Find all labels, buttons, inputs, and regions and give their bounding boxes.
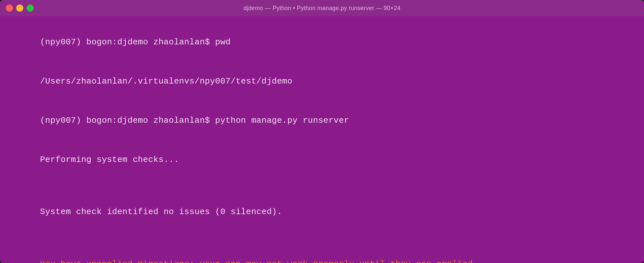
line-text: /Users/zhaolanlan/.virtualenvs/npy007/te… bbox=[40, 76, 292, 86]
window-title: djdemo — Python • Python manage.py runse… bbox=[244, 5, 401, 12]
window-controls bbox=[6, 5, 34, 12]
line-text: System check identified no issues (0 sil… bbox=[40, 207, 282, 217]
terminal-line: (npy007) bogon:djdemo zhaolanlan$ pwd bbox=[9, 23, 635, 62]
line-text: You have unapplied migrations; your app … bbox=[40, 259, 478, 263]
line-text: (npy007) bogon:djdemo zhaolanlan$ pwd bbox=[40, 37, 230, 47]
terminal-line: System check identified no issues (0 sil… bbox=[9, 192, 635, 232]
terminal-line: Performing system checks... bbox=[9, 140, 635, 179]
minimize-button[interactable] bbox=[16, 5, 23, 12]
terminal-empty-line bbox=[9, 179, 635, 192]
titlebar: djdemo — Python • Python manage.py runse… bbox=[0, 0, 644, 16]
terminal-line: /Users/zhaolanlan/.virtualenvs/npy007/te… bbox=[9, 62, 635, 101]
line-text: (npy007) bogon:djdemo zhaolanlan$ python… bbox=[40, 116, 349, 125]
line-text: Performing system checks... bbox=[40, 155, 179, 165]
terminal-body[interactable]: (npy007) bogon:djdemo zhaolanlan$ pwd /U… bbox=[0, 16, 644, 263]
terminal-empty-line bbox=[9, 231, 635, 244]
maximize-button[interactable] bbox=[27, 5, 34, 12]
terminal-window: djdemo — Python • Python manage.py runse… bbox=[0, 0, 644, 263]
terminal-warning-line1: You have unapplied migrations; your app … bbox=[9, 244, 635, 263]
close-button[interactable] bbox=[6, 5, 13, 12]
terminal-line: (npy007) bogon:djdemo zhaolanlan$ python… bbox=[9, 101, 635, 140]
